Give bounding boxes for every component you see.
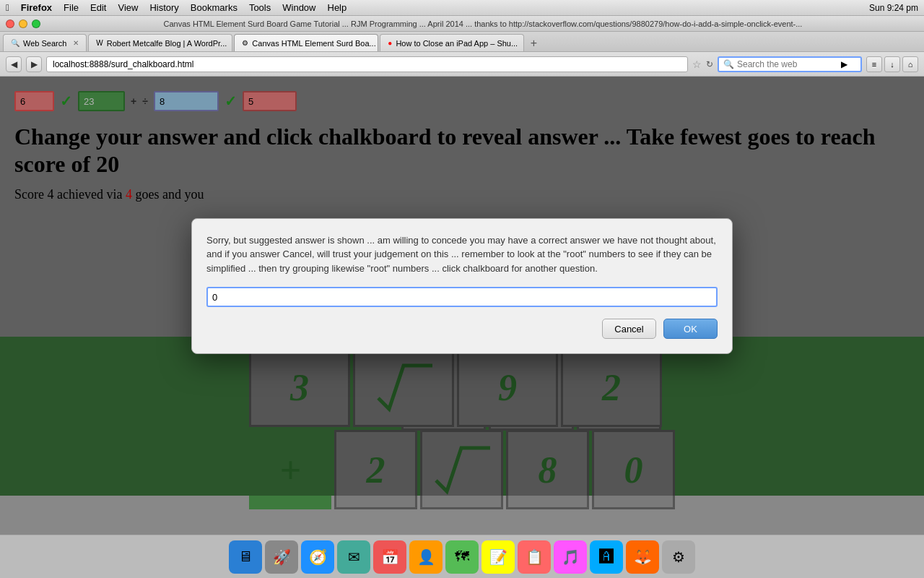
dialog-input[interactable]	[206, 287, 718, 307]
tab-websearch[interactable]: 🔍 Web Search ✕	[3, 34, 87, 51]
tools-menu[interactable]: Tools	[249, 2, 271, 13]
refresh-button[interactable]: ↻	[706, 59, 713, 69]
view-menu[interactable]: View	[118, 2, 138, 13]
dialog: Sorry, but suggested answer is shown ...…	[191, 218, 733, 355]
dock-icon-firefox[interactable]: 🦊	[626, 540, 659, 574]
bookmarks-menu[interactable]: Bookmarks	[191, 2, 237, 13]
toolbar-btn-home[interactable]: ⌂	[902, 56, 918, 72]
dock-icon-calendar[interactable]: 📅	[373, 540, 406, 574]
dock-icon-system[interactable]: ⚙	[662, 540, 695, 574]
tab-bar: 🔍 Web Search ✕ W Robert Metcalfe Blog | …	[0, 32, 924, 52]
tab-favicon-robertblog: W	[96, 39, 103, 47]
tab-ipad[interactable]: ● How to Close an iPad App – Shu... ✕	[380, 34, 524, 51]
menu-bar-right: Sun 9:24 pm	[869, 3, 918, 13]
history-menu[interactable]: History	[149, 2, 178, 13]
close-window-button[interactable]	[6, 20, 14, 28]
tab-label-websearch: Web Search	[23, 39, 66, 48]
toolbar-btn-download[interactable]: ↓	[884, 56, 900, 72]
dock-icon-appstore[interactable]: 🅰	[590, 540, 623, 574]
tab-robertblog[interactable]: W Robert Metcalfe Blog | A WordPr... ✕	[88, 34, 232, 51]
tab-favicon-websearch: 🔍	[11, 39, 19, 47]
edit-menu[interactable]: Edit	[90, 2, 106, 13]
dock-icon-notes[interactable]: 📝	[481, 540, 515, 574]
toolbar-btn-1[interactable]: ≡	[866, 56, 882, 72]
tab-label-canvas: Canvas HTML Element Surd Boa...	[252, 39, 375, 48]
dock-icon-maps[interactable]: 🗺	[445, 540, 479, 574]
tab-label-robertblog: Robert Metcalfe Blog | A WordPr...	[107, 39, 227, 48]
address-bar: ◀ ▶ ☆ ↻ 🔍 ▶ ≡ ↓ ⌂	[0, 52, 924, 77]
dock-icon-reminders[interactable]: 📋	[518, 540, 551, 574]
maximize-window-button[interactable]	[32, 20, 40, 28]
ok-button[interactable]: OK	[663, 319, 718, 339]
tab-close-websearch[interactable]: ✕	[73, 39, 79, 47]
datetime-display: Sun 9:24 pm	[869, 3, 918, 13]
new-tab-button[interactable]: +	[526, 35, 541, 51]
dialog-message: Sorry, but suggested answer is shown ...…	[206, 233, 718, 276]
cancel-button[interactable]: Cancel	[602, 319, 656, 339]
window-title: Canvas HTML Element Surd Board Game Tuto…	[48, 20, 918, 28]
page-body: ✓ + ÷ ✓ Change your answer and click cha…	[0, 77, 924, 578]
dock-icon-itunes[interactable]: 🎵	[554, 540, 587, 574]
window-controls	[6, 20, 40, 28]
tab-favicon-canvas: ⚙	[242, 39, 248, 47]
page-content: ✓ + ÷ ✓ Change your answer and click cha…	[0, 77, 924, 496]
title-bar: Canvas HTML Element Surd Board Game Tuto…	[0, 16, 924, 32]
dialog-buttons: Cancel OK	[206, 319, 718, 339]
search-icon: 🔍	[723, 59, 734, 69]
back-button[interactable]: ◀	[6, 56, 22, 72]
firefox-menu[interactable]: Firefox	[21, 2, 52, 13]
minimize-window-button[interactable]	[19, 20, 27, 28]
tab-label-ipad: How to Close an iPad App – Shu...	[396, 39, 518, 48]
window-menu[interactable]: Window	[282, 2, 315, 13]
dock-icon-contacts[interactable]: 👤	[409, 540, 443, 574]
toolbar-buttons: ≡ ↓ ⌂	[866, 56, 918, 72]
dock-icon-safari[interactable]: 🧭	[301, 540, 334, 574]
tab-favicon-ipad: ●	[388, 39, 392, 47]
apple-menu[interactable]: 	[6, 2, 9, 13]
url-input[interactable]	[46, 56, 688, 72]
menu-bar:  Firefox File Edit View History Bookmar…	[0, 0, 924, 16]
browser-window:  Firefox File Edit View History Bookmar…	[0, 0, 924, 578]
dock: 🖥 🚀 🧭 ✉ 📅 👤 🗺 📝 📋 🎵 🅰 🦊 ⚙	[0, 535, 924, 578]
dock-icon-launchpad[interactable]: 🚀	[265, 540, 298, 574]
dialog-overlay: Sorry, but suggested answer is shown ...…	[0, 77, 924, 496]
forward-button[interactable]: ▶	[26, 56, 42, 72]
dock-icon-finder[interactable]: 🖥	[229, 540, 262, 574]
bookmark-star-icon[interactable]: ☆	[692, 59, 702, 70]
search-submit-icon[interactable]: ▶	[841, 59, 847, 69]
tab-canvas-surd[interactable]: ⚙ Canvas HTML Element Surd Boa... ✕	[234, 34, 378, 51]
file-menu[interactable]: File	[64, 2, 79, 13]
help-menu[interactable]: Help	[328, 2, 347, 13]
search-input[interactable]	[737, 59, 838, 69]
search-box: 🔍 ▶	[718, 56, 862, 72]
dock-icon-mail[interactable]: ✉	[337, 540, 370, 574]
